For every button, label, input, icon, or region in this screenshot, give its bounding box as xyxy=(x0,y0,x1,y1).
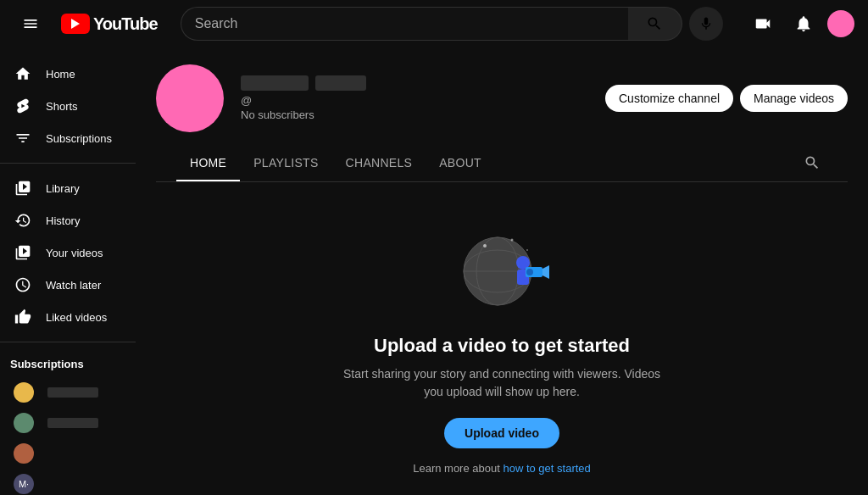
sidebar-item-library[interactable]: Library xyxy=(3,172,132,204)
tab-home[interactable]: HOME xyxy=(176,146,240,181)
channel-subscribers: No subscribers xyxy=(241,108,588,121)
svg-point-11 xyxy=(511,239,514,242)
create-button[interactable] xyxy=(746,7,780,41)
sidebar-item-subscriptions[interactable]: Subscriptions xyxy=(3,122,132,154)
channel-header: @ No subscribers Customize channel Manag… xyxy=(136,47,868,182)
shorts-icon xyxy=(14,97,32,115)
sidebar: Home Shorts Subscriptions Library xyxy=(0,47,136,495)
svg-marker-9 xyxy=(542,265,549,279)
subscription-item-1[interactable] xyxy=(3,377,132,408)
upload-video-button[interactable]: Upload video xyxy=(444,418,559,448)
sidebar-item-home[interactable]: Home xyxy=(3,58,132,90)
search-bar xyxy=(181,7,682,41)
tab-search-icon xyxy=(804,154,821,171)
sidebar-your-videos-label: Your videos xyxy=(46,247,103,259)
watch-later-icon xyxy=(14,275,32,294)
sidebar-item-watch-later[interactable]: Watch later xyxy=(3,269,132,301)
youtube-logo-icon xyxy=(61,14,90,34)
main-content: @ No subscribers Customize channel Manag… xyxy=(136,47,868,495)
search-button[interactable] xyxy=(628,7,682,41)
sub-name-1 xyxy=(47,387,98,398)
sidebar-watch-later-label: Watch later xyxy=(46,279,101,292)
mic-icon xyxy=(698,16,714,31)
channel-meta: @ No subscribers xyxy=(241,75,588,121)
sidebar-divider-2 xyxy=(0,342,136,342)
sub-avatar-4: M· xyxy=(14,474,34,494)
empty-state-learn: Learn more about how to get started xyxy=(413,462,591,475)
channel-name-placeholder xyxy=(241,75,309,91)
manage-videos-button[interactable]: Manage videos xyxy=(740,85,848,112)
search-icon xyxy=(646,15,663,32)
subscription-item-3[interactable] xyxy=(3,438,132,469)
svg-point-12 xyxy=(526,249,528,251)
logo-text: YouTube xyxy=(93,14,158,34)
library-icon xyxy=(14,179,32,197)
learn-more-prefix: Learn more about xyxy=(413,462,503,475)
sidebar-liked-videos-label: Liked videos xyxy=(46,311,107,324)
sidebar-divider-1 xyxy=(0,163,136,164)
sub-name-2 xyxy=(47,418,98,428)
user-avatar[interactable] xyxy=(827,10,854,37)
empty-state: Upload a video to get started Start shar… xyxy=(136,182,868,495)
tab-channels[interactable]: CHANNELS xyxy=(332,146,426,181)
learn-more-link[interactable]: how to get started xyxy=(503,462,590,475)
empty-state-title: Upload a video to get started xyxy=(374,335,630,357)
header-center xyxy=(181,7,723,41)
channel-name-placeholder2 xyxy=(315,75,366,91)
history-icon xyxy=(14,211,32,230)
sidebar-item-your-videos[interactable]: Your videos xyxy=(3,236,132,269)
sidebar-item-history[interactable]: History xyxy=(3,204,132,236)
svg-point-8 xyxy=(526,269,533,275)
header: YouTube xyxy=(0,0,868,47)
channel-avatar xyxy=(156,64,224,132)
tab-about[interactable]: ABOUT xyxy=(426,146,495,181)
header-left: YouTube xyxy=(14,7,158,41)
sidebar-history-label: History xyxy=(46,214,80,227)
channel-info: @ No subscribers Customize channel Manag… xyxy=(156,64,848,132)
header-right xyxy=(746,7,854,41)
channel-tabs: HOME PLAYLISTS CHANNELS ABOUT xyxy=(156,146,848,182)
sub-avatar-2 xyxy=(14,413,34,433)
channel-name-row xyxy=(241,75,588,91)
sidebar-shorts-label: Shorts xyxy=(46,100,78,113)
empty-state-description: Start sharing your story and connecting … xyxy=(332,365,671,401)
subscription-item-4[interactable]: M· xyxy=(3,469,132,495)
upload-illustration xyxy=(451,216,553,318)
body: Home Shorts Subscriptions Library xyxy=(0,47,868,495)
sub-avatar-3 xyxy=(14,443,34,464)
notifications-button[interactable] xyxy=(787,7,821,41)
liked-videos-icon xyxy=(14,308,32,326)
bell-icon xyxy=(794,14,813,33)
channel-search-button[interactable] xyxy=(797,147,827,181)
mic-button[interactable] xyxy=(689,7,723,41)
sidebar-subscriptions-label: Subscriptions xyxy=(46,132,112,145)
search-input[interactable] xyxy=(181,7,628,41)
subscriptions-icon xyxy=(14,129,32,147)
sidebar-item-liked-videos[interactable]: Liked videos xyxy=(3,301,132,333)
youtube-logo[interactable]: YouTube xyxy=(61,14,158,34)
tab-playlists[interactable]: PLAYLISTS xyxy=(240,146,331,181)
hamburger-button[interactable] xyxy=(14,7,47,41)
app-container: YouTube xyxy=(0,0,868,495)
channel-handle: @ xyxy=(241,94,588,107)
channel-actions: Customize channel Manage videos xyxy=(605,85,848,112)
customize-channel-button[interactable]: Customize channel xyxy=(605,85,733,112)
your-videos-icon xyxy=(14,243,32,262)
home-icon xyxy=(14,64,32,83)
menu-icon xyxy=(22,15,39,32)
create-icon xyxy=(754,14,772,33)
subscriptions-section-title: Subscriptions xyxy=(0,351,136,377)
sidebar-item-shorts[interactable]: Shorts xyxy=(3,90,132,122)
sidebar-library-label: Library xyxy=(46,182,80,195)
svg-point-10 xyxy=(483,244,487,248)
subscription-item-2[interactable] xyxy=(3,408,132,438)
sub-avatar-1 xyxy=(14,382,34,403)
sidebar-home-label: Home xyxy=(46,68,75,81)
